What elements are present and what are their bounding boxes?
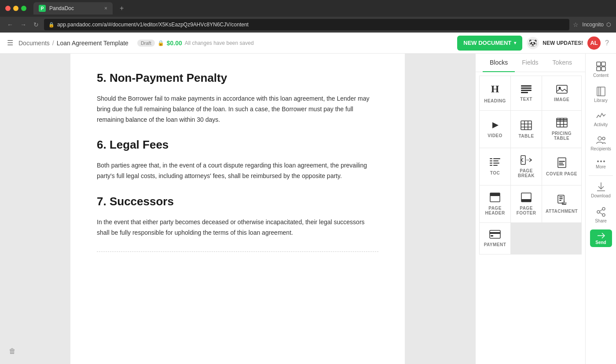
svg-rect-37 <box>559 197 563 197</box>
svg-rect-7 <box>521 121 532 130</box>
sidebar-item-download[interactable]: Download <box>586 178 616 203</box>
svg-marker-6 <box>492 122 499 128</box>
status-badge: Draft <box>137 40 155 47</box>
svg-rect-35 <box>521 199 531 202</box>
svg-rect-3 <box>521 92 528 93</box>
doc-sidebar-right-space <box>420 54 475 364</box>
tab-fields[interactable]: Fields <box>515 54 545 72</box>
block-payment[interactable]: PAYMENT <box>480 223 510 254</box>
user-avatar[interactable]: AL <box>587 36 601 50</box>
section5-body: Should the Borrower fail to make payment… <box>97 94 378 125</box>
block-page-break[interactable]: PAGE BREAK <box>511 148 542 185</box>
browser-chrome: P PandaDoc × + <box>0 0 616 17</box>
svg-rect-44 <box>597 62 601 66</box>
text-label: TEXT <box>520 97 532 102</box>
breadcrumb-separator: / <box>52 40 54 47</box>
payment-label: PAYMENT <box>484 242 506 247</box>
share-icon <box>597 207 605 217</box>
new-document-button[interactable]: NEW DOCUMENT ▾ <box>457 36 522 51</box>
block-page-footer[interactable]: PAGE FOOTER <box>511 186 542 222</box>
svg-rect-33 <box>490 193 500 196</box>
block-video[interactable]: VIDEO <box>480 111 510 148</box>
svg-rect-42 <box>490 232 500 234</box>
pricing-table-label: PRICING TABLE <box>546 131 578 141</box>
lock-icon: 🔒 <box>158 40 164 46</box>
help-button[interactable]: ? <box>605 39 609 47</box>
block-table[interactable]: TABLE <box>511 111 542 148</box>
block-attachment[interactable]: ATTACHMENT <box>542 186 581 222</box>
block-page-header[interactable]: PAGE HEADER <box>480 186 510 222</box>
block-toc[interactable]: TOC <box>480 148 510 185</box>
svg-point-55 <box>603 160 605 162</box>
content-icon <box>596 62 606 71</box>
sidebar-item-content[interactable]: Content <box>586 57 616 82</box>
svg-line-61 <box>600 210 602 211</box>
send-button[interactable]: Send <box>590 229 612 247</box>
svg-rect-26 <box>521 156 525 164</box>
updates-label: NEW UPDATES! <box>543 40 583 46</box>
send-label: Send <box>595 240 606 245</box>
svg-point-54 <box>600 160 602 162</box>
svg-rect-1 <box>521 87 532 89</box>
activity-icon <box>596 112 606 120</box>
svg-rect-45 <box>601 62 605 66</box>
sidebar-item-activity[interactable]: Activity <box>586 107 616 131</box>
address-text: app.pandadoc.com/a/#/document/v1/editor/… <box>57 22 249 28</box>
sidebar-item-recipients[interactable]: Recipients <box>586 131 616 156</box>
tab-blocks[interactable]: Blocks <box>483 54 515 72</box>
share-label: Share <box>595 218 607 223</box>
header-right: NEW DOCUMENT ▾ 🐼 NEW UPDATES! AL ? <box>457 36 609 51</box>
breadcrumb-documents[interactable]: Documents <box>18 40 50 47</box>
delete-button[interactable]: 🗑 <box>9 347 16 355</box>
toc-icon <box>490 158 500 167</box>
doc-sidebar-left <box>0 54 55 364</box>
svg-rect-48 <box>597 87 605 96</box>
video-icon <box>490 121 500 130</box>
incognito-area: Incognito ⬡ <box>582 22 611 28</box>
block-text[interactable]: TEXT <box>511 76 542 110</box>
block-heading[interactable]: H HEADING <box>480 76 510 110</box>
blocks-grid: H HEADING TEXT <box>479 76 582 255</box>
forward-button[interactable]: → <box>18 20 28 29</box>
svg-point-53 <box>597 160 599 162</box>
maximize-traffic-light[interactable] <box>21 6 26 11</box>
tab-favicon: P <box>39 5 46 12</box>
section5-heading: 5. Non-Payment Penalty <box>97 71 378 85</box>
blocks-panel: Blocks Fields Tokens H HEADING <box>476 54 585 364</box>
sidebar-item-library[interactable]: Library <box>586 82 616 107</box>
close-traffic-light[interactable] <box>5 6 11 11</box>
reload-button[interactable]: ↻ <box>32 20 40 29</box>
image-label: IMAGE <box>554 97 569 102</box>
svg-rect-38 <box>559 198 563 199</box>
library-icon <box>597 87 605 96</box>
right-sidebar: Content Library Activity <box>585 54 616 364</box>
tab-close-button[interactable]: × <box>104 5 107 11</box>
block-image[interactable]: IMAGE <box>542 76 581 110</box>
page-footer-label: PAGE FOOTER <box>514 206 538 215</box>
address-input[interactable]: 🔒 app.pandadoc.com/a/#/document/v1/edito… <box>44 19 569 30</box>
back-button[interactable]: ← <box>5 20 15 29</box>
main-layout: 5. Non-Payment Penalty Should the Borrow… <box>0 54 616 364</box>
cover-page-icon <box>557 157 566 168</box>
updates-button[interactable]: 🐼 NEW UPDATES! <box>527 37 583 49</box>
hamburger-menu[interactable]: ☰ <box>7 39 13 47</box>
browser-tab[interactable]: P PandaDoc × <box>33 2 113 15</box>
svg-line-62 <box>600 213 602 215</box>
block-cover-page[interactable]: COVER PAGE <box>542 148 581 185</box>
sidebar-item-share[interactable]: Share <box>586 203 616 228</box>
new-tab-button[interactable]: + <box>120 4 124 12</box>
svg-rect-30 <box>559 163 563 164</box>
svg-rect-2 <box>521 90 532 91</box>
svg-rect-20 <box>490 160 492 161</box>
toc-label: TOC <box>490 171 500 175</box>
svg-rect-25 <box>493 165 498 166</box>
section6-body: Both parties agree that, in the event of… <box>97 160 378 182</box>
minimize-traffic-light[interactable] <box>13 6 18 11</box>
svg-rect-47 <box>601 67 605 71</box>
sidebar-item-more[interactable]: More <box>586 156 616 174</box>
block-pricing-table[interactable]: PRICING TABLE <box>542 111 581 148</box>
tab-tokens[interactable]: Tokens <box>546 54 579 72</box>
attachment-label: ATTACHMENT <box>546 209 578 214</box>
bookmark-button[interactable]: ☆ <box>573 21 579 28</box>
image-icon <box>556 85 568 94</box>
